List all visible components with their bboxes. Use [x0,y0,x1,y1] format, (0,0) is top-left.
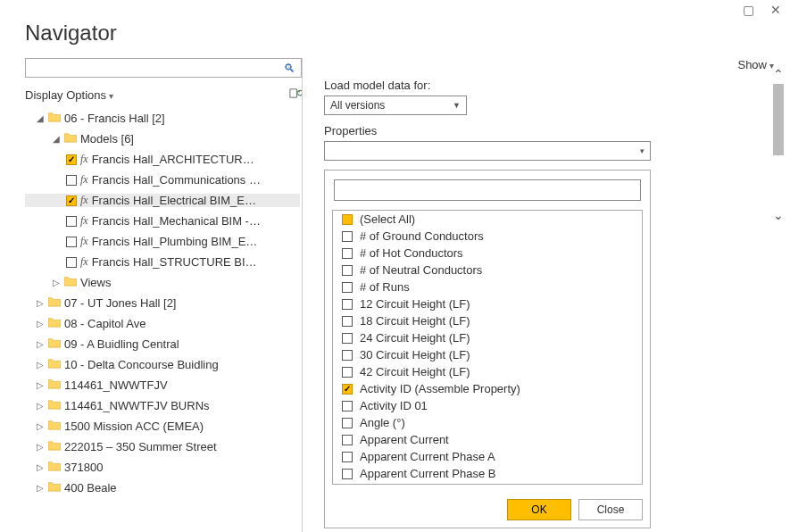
checkbox[interactable] [342,333,353,344]
tree-model-item[interactable]: fxFrancis Hall_ARCHITECTURE BIM_20... [25,153,300,166]
fx-icon: fx [80,173,88,187]
tree-folder[interactable]: ▷Views [25,276,300,289]
property-row[interactable]: # of Runs [333,278,642,295]
close-icon[interactable]: ✕ [770,3,781,17]
expand-icon[interactable]: ▷ [36,442,45,452]
tree-folder[interactable]: ▷10 - Delta Concourse Buidling [25,358,300,371]
expand-icon[interactable]: ▷ [36,339,45,349]
tree-model-item[interactable]: fxFrancis Hall_STRUCTURE BIM_ EDDIE [25,255,300,269]
property-row[interactable]: Apparent Current [333,431,642,448]
collapse-icon[interactable]: ◢ [52,134,61,144]
checkbox[interactable] [342,367,353,378]
folder-icon [48,317,61,330]
close-button[interactable]: Close [578,499,643,520]
checkbox[interactable] [66,195,77,206]
tree-folder[interactable]: ▷400 Beale [25,481,300,495]
tree-folder[interactable]: ▷08 - Capitol Ave [25,317,300,330]
ok-button[interactable]: OK [507,499,571,520]
tree-folder[interactable]: ▷222015 – 350 Summer Street [25,440,300,453]
property-row[interactable]: Angle (°) [333,414,642,431]
property-row[interactable]: 30 Circuit Height (LF) [333,346,642,363]
model-label: Francis Hall_STRUCTURE BIM_ EDDIE [92,255,262,269]
right-scrollbar[interactable]: ⌃ ⌄ [770,68,786,246]
checkbox[interactable] [66,237,77,247]
property-row[interactable]: Apparent Current Phase A [333,448,642,465]
search-input[interactable] [31,62,284,74]
checkbox[interactable] [342,248,353,259]
checkbox[interactable] [66,257,77,268]
scroll-up-icon[interactable]: ⌃ [770,68,786,80]
checkbox[interactable] [342,469,353,479]
load-model-dropdown[interactable]: All versions ▼ [324,96,467,115]
search-input-container[interactable]: 🔍︎ [25,58,302,78]
checkbox[interactable] [342,231,353,242]
property-label: Angle (°) [360,416,405,429]
checkbox[interactable] [342,299,353,310]
checkbox[interactable] [342,452,353,462]
property-row[interactable]: Activity ID (Assemble Property) [333,380,642,397]
fx-icon: fx [80,255,88,269]
tree-model-item[interactable]: fxFrancis Hall_Communications BIM_E... [25,173,300,187]
checkbox[interactable] [342,401,353,411]
checkbox[interactable] [342,350,353,361]
property-label: Activity ID 01 [360,399,428,412]
folder-label: 114461_NWWTFJV [64,378,168,392]
tree-model-item[interactable]: fxFrancis Hall_Mechanical BIM - SCHE... [25,214,300,228]
tree-folder[interactable]: ▷09 - A Buidling Central [25,337,300,351]
tree-folder[interactable]: ◢Models [6] [25,132,300,145]
property-row[interactable]: 42 Circuit Height (LF) [333,363,642,380]
maximize-icon[interactable]: ▢ [743,3,754,17]
checkbox[interactable] [66,216,77,227]
expand-icon[interactable]: ▷ [36,360,45,370]
property-row[interactable]: 24 Circuit Height (LF) [333,329,642,346]
property-row[interactable]: Apparent Current Phase B [333,465,642,482]
tree-folder[interactable]: ▷114461_NWWTFJV [25,378,300,392]
properties-label: Properties [324,124,774,137]
tree-folder[interactable]: ▷114461_NWWTFJV BURNs [25,399,300,412]
expand-icon[interactable]: ▷ [36,421,45,431]
select-all-row[interactable]: (Select All) [333,211,642,228]
property-label: # of Ground Conductors [360,229,484,243]
show-dropdown[interactable]: Show [737,58,774,71]
checkbox[interactable] [342,435,353,445]
property-row[interactable]: # of Neutral Conductors [333,262,642,278]
expand-icon[interactable]: ▷ [36,298,45,308]
folder-label: 114461_NWWTFJV BURNs [64,399,210,412]
tree-folder[interactable]: ◢06 - Francis Hall [2] [25,112,300,125]
properties-dropdown[interactable]: ▾ [324,141,651,161]
property-row[interactable]: 12 Circuit Height (LF) [333,295,642,312]
search-icon[interactable]: 🔍︎ [284,62,295,75]
expand-icon[interactable]: ▷ [52,278,61,287]
expand-icon[interactable]: ▷ [36,462,45,472]
refresh-icon[interactable] [288,87,302,103]
expand-icon[interactable]: ▷ [36,319,45,328]
tree-folder[interactable]: ▷371800 [25,461,300,474]
property-row[interactable]: # of Ground Conductors [333,228,642,245]
scroll-thumb[interactable] [773,84,784,155]
checkbox[interactable] [342,282,353,293]
collapse-icon[interactable]: ◢ [36,113,45,123]
property-row[interactable]: 18 Circuit Height (LF) [333,312,642,329]
checkbox-indeterminate[interactable] [342,214,353,225]
checkbox[interactable] [66,175,77,186]
expand-icon[interactable]: ▷ [36,483,45,493]
expand-icon[interactable]: ▷ [36,380,45,390]
property-row[interactable]: Activity ID 01 [333,397,642,414]
expand-icon[interactable]: ▷ [36,401,45,411]
properties-search-input[interactable] [334,179,641,201]
model-label: Francis Hall_Plumbing BIM_EDDIE [92,235,262,248]
scroll-down-icon[interactable]: ⌄ [770,209,786,221]
tree-model-item[interactable]: fxFrancis Hall_Electrical BIM_EDDIE [25,194,300,207]
checkbox[interactable] [342,418,353,428]
folder-tree: ◢06 - Francis Hall [2]◢Models [6]fxFranc… [25,108,302,532]
checkbox[interactable] [342,384,353,395]
tree-folder[interactable]: ▷07 - UT Jones Hall [2] [25,296,300,310]
display-options-dropdown[interactable]: Display Options [25,88,113,102]
fx-icon: fx [80,214,88,228]
checkbox[interactable] [342,265,353,276]
tree-folder[interactable]: ▷1500 Mission ACC (EMEA) [25,420,300,433]
checkbox[interactable] [66,154,77,165]
property-row[interactable]: # of Hot Conductors [333,245,642,262]
checkbox[interactable] [342,316,353,327]
tree-model-item[interactable]: fxFrancis Hall_Plumbing BIM_EDDIE [25,235,300,248]
